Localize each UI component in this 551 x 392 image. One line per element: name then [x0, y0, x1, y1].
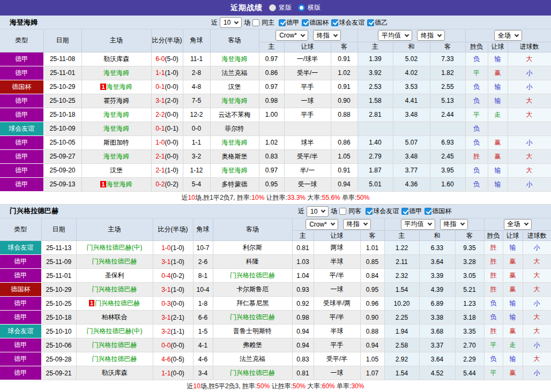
home-team-name[interactable]: 门兴格拉德巴赫 [92, 285, 137, 293]
home-team-name[interactable]: 门兴格拉德巴赫(中) [87, 327, 143, 335]
corner-cell: 0-0 [183, 122, 210, 135]
date-cell: 25-10-25 [43, 94, 81, 108]
home-team-cell: 门兴格拉德巴赫 [76, 352, 153, 366]
result-handicap-cell: 输 [503, 241, 523, 255]
chevron-down-icon [321, 208, 325, 213]
home-team-name[interactable]: 斯图加特 [103, 139, 129, 146]
average-time-select[interactable]: 终指 [440, 219, 468, 230]
league-filter-group: 球会友谊德甲德国杯 [363, 207, 451, 216]
col-away: 客场 [210, 29, 259, 52]
league-checkbox[interactable] [279, 19, 286, 26]
home-team-name[interactable]: 海登海姆 [107, 83, 132, 91]
match-count-select[interactable]: 10 [307, 206, 329, 217]
avg-draw-cell: 3.77 [393, 163, 430, 177]
away-team-name[interactable]: 多特蒙德 [222, 180, 248, 188]
half-score: (0-1) [165, 125, 178, 132]
league-checkbox[interactable] [367, 19, 374, 26]
odds-source-select[interactable]: Crow* [276, 30, 308, 41]
same-home-checkbox[interactable] [252, 19, 259, 26]
average-select[interactable]: 平均值 [378, 30, 412, 41]
away-team-name[interactable]: 法兰克福 [222, 69, 248, 77]
page-title: 近期战绩 [230, 3, 263, 13]
average-select[interactable]: 平均值 [401, 219, 435, 230]
home-team-name[interactable]: 勒沃库森 [103, 55, 129, 63]
away-team-name[interactable]: 拜仁慕尼黑 [236, 299, 269, 307]
horizontal-layout-radio[interactable] [298, 4, 305, 11]
home-team-name[interactable]: 门兴格拉德巴赫 [92, 355, 137, 363]
league-checkbox[interactable] [366, 208, 373, 215]
away-team-name[interactable]: 科隆 [246, 258, 259, 265]
half-score: (2-1) [171, 314, 184, 321]
away-team-name[interactable]: 门兴格拉德巴赫 [230, 272, 275, 279]
away-team-name[interactable]: 海登海姆 [222, 55, 248, 63]
away-team-name[interactable]: 菲尔特 [225, 125, 244, 132]
away-team-name[interactable]: 海登海姆 [222, 97, 248, 104]
result-handicap-cell: 走 [488, 108, 508, 122]
away-team-name[interactable]: 海登海姆 [222, 167, 248, 174]
odds-away-cell: 0.90 [360, 311, 384, 325]
odds-away-cell: 1.02 [331, 66, 358, 80]
avg-home-cell: 1.54 [384, 283, 419, 297]
league-type-cell: 球会友谊 [0, 325, 41, 338]
home-team-name[interactable]: 门兴格拉德巴赫 [95, 299, 140, 307]
home-team-name[interactable]: 圣保利 [105, 272, 124, 279]
away-team-name[interactable]: 海登海姆 [222, 139, 248, 146]
away-team-name[interactable]: 法兰克福 [240, 355, 265, 363]
home-team-cell: 1海登海姆 [81, 80, 151, 94]
league-checkbox[interactable] [401, 208, 408, 215]
home-team-name[interactable]: 汉堡 [110, 167, 123, 174]
home-team-cell: 海登海姆 [81, 108, 151, 122]
average-time-select[interactable]: 终指 [417, 30, 445, 41]
home-team-name[interactable]: 海登海姆 [103, 153, 129, 160]
odds-away-cell: 1.05 [331, 149, 358, 163]
vertical-layout-radio[interactable] [269, 4, 276, 11]
avg-away-cell: 6.93 [430, 135, 465, 149]
half-score: (0-0) [171, 342, 184, 349]
scope-select[interactable]: 全场 [504, 219, 532, 230]
away-team-name[interactable]: 利尔斯 [243, 244, 262, 251]
odds-source-select[interactable]: Crow* [306, 219, 338, 230]
away-team-name[interactable]: 云达不莱梅 [219, 111, 251, 118]
away-team-name[interactable]: 门兴格拉德巴赫 [230, 369, 275, 376]
result-goals-cell: 小 [523, 338, 551, 352]
date-cell: 25-09-13 [43, 177, 81, 191]
result-goals-cell: 大 [508, 94, 551, 108]
home-team-name[interactable]: 海登海姆 [107, 180, 132, 188]
date-cell: 25-11-13 [41, 241, 76, 255]
summary-value: 10 [188, 194, 195, 201]
half-score: (0-0) [165, 139, 178, 146]
away-team-name[interactable]: 奥格斯堡 [222, 153, 248, 160]
home-team-cell: 门兴格拉德巴赫(中) [76, 241, 153, 255]
home-team-name[interactable]: 勒沃库森 [102, 369, 128, 376]
away-team-name[interactable]: 普鲁士明斯特 [233, 327, 272, 335]
home-team-name[interactable]: 门兴格拉德巴赫(中) [87, 244, 143, 251]
home-team-name[interactable]: 海登海姆 [103, 69, 129, 77]
home-team-name[interactable]: 门兴格拉德巴赫 [92, 341, 137, 349]
home-team-name[interactable]: 霍芬海姆 [103, 97, 129, 104]
away-team-name[interactable]: 门兴格拉德巴赫 [230, 313, 275, 321]
league-checkbox[interactable] [302, 19, 309, 26]
result-goals-cell: 大 [508, 108, 551, 122]
away-team-name[interactable]: 汉堡 [228, 83, 241, 91]
scope-select[interactable]: 全场 [494, 30, 522, 41]
home-team-name[interactable]: 门兴格拉德巴赫 [92, 258, 137, 265]
summary-label: 场,胜1平2负7, 胜率: [195, 194, 251, 201]
layout-radio-group: 横版 [298, 3, 321, 12]
odds-time-select[interactable]: 终指 [313, 30, 341, 41]
home-team-name[interactable]: 海登海姆 [103, 125, 129, 132]
odds-time-select[interactable]: 终指 [343, 219, 371, 230]
same-away-checkbox[interactable] [339, 208, 346, 215]
corner-cell: 4-1 [193, 338, 213, 352]
avg-home-cell: 2.58 [384, 338, 419, 352]
result-goals-cell: 小 [523, 241, 551, 255]
away-team-name[interactable]: 弗赖堡 [243, 341, 262, 349]
match-count-select[interactable]: 10 [220, 17, 242, 28]
league-checkbox[interactable] [331, 19, 338, 26]
home-team-name[interactable]: 海登海姆 [103, 111, 129, 118]
match-row: 德甲25-11-01圣保利0-4(0-2)8-1门兴格拉德巴赫1.04平/半0.… [0, 269, 551, 283]
home-team-name[interactable]: 柏林联合 [102, 313, 128, 321]
league-checkbox[interactable] [425, 208, 431, 215]
away-team-name[interactable]: 卡尔斯鲁厄 [236, 285, 269, 293]
matches-body: 德甲25-11-08勒沃库森6-0(5-0)11-1海登海姆0.97一/球半0.… [0, 52, 551, 204]
league-type-cell: 球会友谊 [0, 122, 43, 135]
